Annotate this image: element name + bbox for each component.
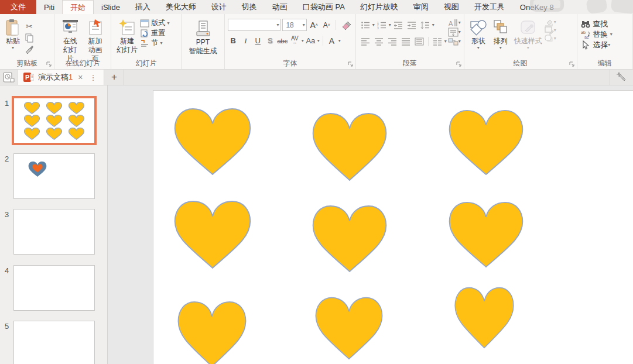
replace-button[interactable]: 替换 ▾ (580, 29, 613, 40)
ribbon: 粘贴 ▾ ✂ 剪贴板 在线 幻灯片 新加 动画页 在线幻灯片 新建 幻灯片 版式… (0, 14, 633, 70)
underline-button[interactable]: U (252, 35, 264, 47)
arrange-button[interactable]: 排列 ▾ (490, 17, 512, 51)
align-center-button[interactable] (372, 36, 385, 47)
shape-fill-button[interactable]: ▾ (545, 18, 556, 26)
bullets-button[interactable] (359, 19, 372, 31)
section-button[interactable]: 节 ▾ (140, 38, 170, 48)
clipboard-dialog-launcher[interactable] (46, 61, 52, 67)
copy-button[interactable] (23, 32, 36, 44)
bold-button[interactable]: B (228, 35, 239, 47)
paste-button[interactable]: 粘贴 ▾ (3, 17, 23, 51)
smartart-convert-button[interactable]: ▾ (448, 37, 461, 46)
line-spacing-button[interactable] (419, 19, 432, 31)
reset-button[interactable]: 重置 (140, 28, 170, 38)
align-text-button[interactable]: ▾ (448, 28, 461, 37)
paragraph-dialog-launcher[interactable] (456, 61, 462, 67)
slide-thumbnail-1[interactable] (13, 98, 95, 143)
decorative-mascot-icon (586, 0, 607, 14)
heart-shape-6[interactable] (448, 200, 524, 269)
decrease-font-button[interactable]: A˅ (321, 19, 333, 31)
ppt-file-icon (23, 72, 34, 83)
slides-group-label: 幻灯片 (111, 59, 181, 68)
menu-tab-transition[interactable]: 切换 (234, 0, 265, 14)
new-tab-button[interactable]: + (104, 70, 124, 85)
format-painter-button[interactable] (23, 44, 36, 56)
heart-shape-4[interactable] (173, 199, 252, 270)
align-right-button[interactable] (386, 36, 399, 47)
text-direction-button[interactable]: ▾ (448, 18, 461, 28)
menu-tab-home[interactable]: 开始 (62, 0, 94, 14)
slide-thumbnail-panel: 12345 (0, 85, 108, 364)
slide-thumbnail-5[interactable] (13, 321, 95, 364)
heart-shape-8[interactable] (314, 296, 384, 361)
new-slide-button[interactable]: 新建 幻灯片 (114, 17, 140, 56)
menu-tab-slideshow[interactable]: 幻灯片放映 (353, 0, 406, 14)
heart-shape-5[interactable] (312, 204, 388, 274)
new-animation-page-button[interactable]: 新加 动画页 (83, 17, 108, 64)
close-tab-button[interactable]: × (77, 73, 84, 82)
menu-tab-review[interactable]: 审阅 (406, 0, 436, 14)
online-slides-button[interactable]: 在线 幻灯片 (57, 17, 83, 64)
menu-tab-file[interactable]: 文件 (0, 0, 36, 14)
slide-thumbnail-2[interactable] (13, 153, 95, 199)
font-size-select[interactable]: 18▾ (282, 19, 306, 31)
text-shadow-button[interactable]: S (265, 35, 276, 47)
layout-button[interactable]: 版式 ▾ (140, 18, 170, 28)
decrease-indent-button[interactable] (392, 19, 405, 31)
menu-tab-islide[interactable]: iSlide (94, 0, 128, 14)
thumbnail-row-5: 5 (0, 321, 108, 364)
quick-style-button[interactable]: 快速样式 ▾ (512, 17, 545, 51)
find-button[interactable]: 查找 (580, 19, 613, 29)
dropdown-arrow-icon: ▾ (338, 39, 341, 43)
menu-tab-piti[interactable]: Piti (36, 0, 62, 14)
strikethrough-button[interactable]: abc (277, 35, 288, 47)
numbering-button[interactable] (375, 19, 388, 31)
menu-tab-animation[interactable]: 动画 (265, 0, 295, 14)
align-left-button[interactable] (359, 36, 372, 47)
clear-format-button[interactable] (340, 19, 353, 31)
menu-tab-design[interactable]: 设计 (204, 0, 234, 14)
menu-tab-pocket-animation[interactable]: 口袋动画 PA (295, 0, 353, 14)
slide-thumbnail-4[interactable] (13, 265, 95, 311)
increase-font-button[interactable]: A˄ (309, 19, 320, 31)
font-name-select[interactable]: ▾ (228, 19, 281, 31)
menu-tab-view[interactable]: 视图 (436, 0, 467, 14)
document-tab[interactable]: 演示文稿1 × ⋮ (18, 70, 104, 85)
tab-options-button[interactable]: ⋮ (88, 73, 98, 82)
recent-documents-button[interactable] (0, 70, 18, 85)
slide-canvas[interactable] (108, 85, 633, 364)
heart-shape-9[interactable] (454, 286, 515, 350)
menu-tab-beautify-master[interactable]: 美化大师 (158, 0, 204, 14)
change-case-button[interactable]: Aa (305, 35, 316, 47)
shape-effects-button[interactable]: ▾ (545, 35, 556, 43)
increase-indent-button[interactable] (405, 19, 418, 31)
slide-thumbnail-3[interactable] (13, 209, 95, 255)
shapes-icon (470, 18, 487, 37)
shape-outline-button[interactable]: ▾ (545, 26, 556, 35)
heart-shape-1[interactable] (173, 107, 252, 177)
cut-button[interactable]: ✂ (23, 20, 36, 32)
distribute-text-button[interactable] (413, 36, 426, 47)
paste-label: 粘贴 (6, 37, 20, 46)
font-color-button[interactable]: A (326, 35, 337, 47)
shapes-button[interactable]: 形状 ▾ (467, 17, 490, 51)
ribbon-group-ppt-smart: PPT 智能生成 (182, 14, 225, 69)
font-dialog-launcher[interactable] (348, 61, 354, 67)
heart-shape-2[interactable] (312, 111, 388, 183)
drawing-group-label: 绘图 (464, 59, 577, 68)
menu-tab-dev-tools[interactable]: 开发工具 (467, 0, 512, 14)
drawing-dialog-launcher[interactable] (569, 61, 575, 67)
magic-wand-button[interactable] (610, 70, 633, 85)
select-button[interactable]: 选择▾ (580, 40, 613, 50)
document-tab-bar: 演示文稿1 × ⋮ + (0, 70, 633, 85)
slide-1-editing-surface[interactable] (153, 91, 633, 364)
italic-button[interactable]: I (240, 35, 251, 47)
char-spacing-button[interactable]: AV↔ (289, 35, 300, 47)
heart-shape-7[interactable] (177, 300, 247, 364)
menu-tab-insert[interactable]: 插入 (128, 0, 158, 14)
heart-shape-3[interactable] (448, 108, 524, 177)
dropdown-arrow-icon: ▾ (302, 39, 304, 43)
columns-button[interactable] (431, 36, 444, 47)
justify-button[interactable] (399, 36, 412, 47)
ppt-smart-generate-button[interactable]: PPT 智能生成 (187, 18, 220, 57)
